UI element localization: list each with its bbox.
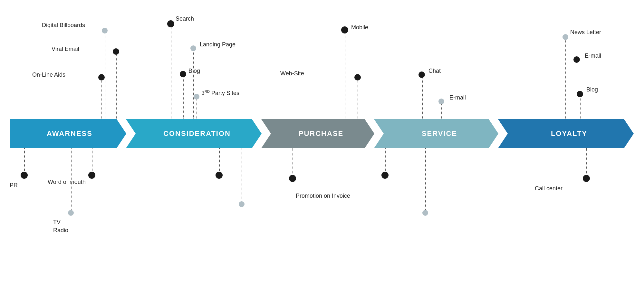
label-promotion-invoice: Promotion on Invoice [296,193,350,199]
dot-3rd-party [194,94,199,100]
dotted-line [242,148,242,203]
dotted-line [577,60,577,119]
arrow-label: CONSIDERATION [157,129,231,138]
dot-call-center [583,175,590,182]
arrow-segment-consideration: CONSIDERATION [126,119,262,148]
dot-digital-billboards [102,28,108,33]
arrow-segment-purchase: PURCHASE [261,119,374,148]
label-tv-radio: TVRadio [53,218,68,234]
dot-email-loyalty [573,56,580,63]
dot-website [354,74,361,81]
dotted-line [219,148,220,172]
label-digital-billboards: Digital Billboards [42,22,85,29]
dot-viral-email [113,48,119,55]
dot-newsletter [562,34,568,40]
dot-purchase-1 [216,172,223,179]
dotted-line [116,52,117,119]
label-email-loyalty: E-mail [585,52,601,59]
dot-promotion-invoice [422,210,428,216]
dot-blog-loyalty [577,91,583,97]
dotted-line [586,148,587,176]
dotted-line [565,37,566,119]
dotted-line [24,148,25,172]
dotted-line [92,148,92,172]
arrow-label: SERVICE [415,129,457,138]
dotted-line [422,76,423,119]
arrow-bar: AWARNESSCONSIDERATIONPURCHASESERVICELOYA… [10,119,634,148]
arrow-segment-awarness: AWARNESS [10,119,126,148]
label-call-center: Call center [535,185,562,192]
dotted-line [101,77,102,119]
dotted-line [293,148,293,176]
label-word-of-mouth: Word of mouth [48,179,86,185]
label-chat: Chat [428,68,441,74]
dotted-line [105,31,105,119]
arrow-label: AWARNESS [43,129,92,138]
dot-purchase-2 [239,201,245,207]
dotted-line [345,31,345,119]
dotted-line [193,48,194,119]
label-pr: PR [10,182,18,189]
dot-pr [21,172,28,179]
label-online-aids: On-Line Aids [32,71,65,78]
dot-online-aids [98,74,105,81]
arrow-label: LOYALTY [544,129,587,138]
label-email-service: E-mail [449,94,466,101]
arrow-label: PURCHASE [292,129,343,138]
dot-tv-radio [68,210,74,216]
dotted-line [425,148,426,211]
dotted-line [358,77,358,119]
arrow-segment-loyalty: LOYALTY [498,119,634,148]
label-blog-loyalty: Blog [586,86,598,93]
dot-service-1 [381,172,389,179]
dot-mobile [341,26,348,33]
dot-purchase-3 [289,175,296,182]
dotted-line [580,95,581,119]
dot-chat [418,71,425,78]
label-viral-email: Viral Email [52,46,79,52]
label-landing-page: Landing Page [200,41,235,48]
dot-email-service [438,99,444,104]
dotted-line [183,74,184,119]
dotted-line [385,148,386,172]
label-mobile: Mobile [351,24,368,31]
label-search: Search [176,15,194,22]
label-newsletter: News Letter [570,29,601,36]
label-blog-above: Blog [188,68,200,74]
label-3rd-party: 3RD Party Sites [201,90,239,97]
dot-landing-page [190,45,196,51]
dot-search [167,20,174,27]
dot-word-of-mouth [88,172,95,179]
dot-blog-above [180,71,186,77]
dotted-line [197,97,197,119]
arrow-segment-service: SERVICE [374,119,498,148]
dotted-line [171,24,171,119]
label-website: Web-Site [280,70,304,77]
diagram-container: AWARNESSCONSIDERATIONPURCHASESERVICELOYA… [0,0,644,285]
